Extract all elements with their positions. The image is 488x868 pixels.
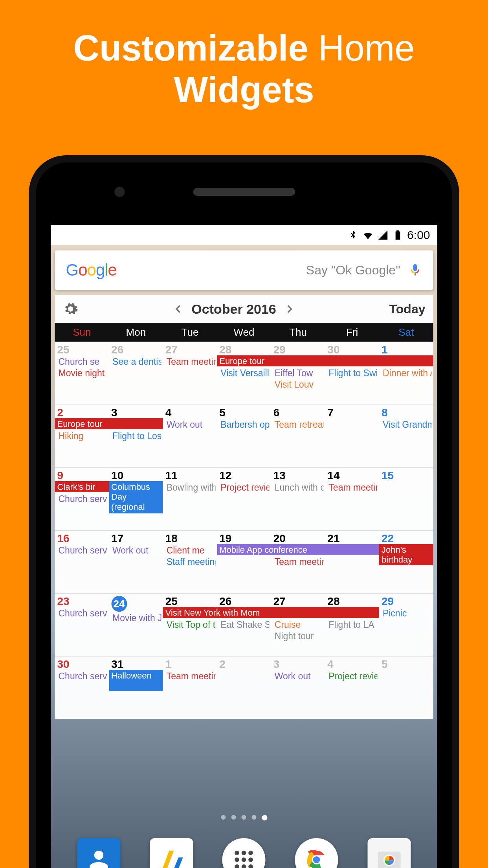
calendar-cell[interactable]: 13Lunch with client: [271, 468, 325, 530]
svg-point-8: [249, 864, 253, 868]
calendar-cell[interactable]: 29Eiffel TowVisit Louv: [271, 342, 325, 405]
calendar-event[interactable]: Client me: [165, 545, 216, 556]
calendar-cell[interactable]: 3Work out: [271, 657, 325, 719]
calendar-cell[interactable]: 26See a dentist: [109, 342, 163, 405]
calendar-event[interactable]: Team meeting: [273, 556, 324, 567]
calendar-cell[interactable]: 30Church service: [55, 657, 109, 719]
spanning-event[interactable]: Europe tour: [217, 355, 433, 366]
calendar-event[interactable]: Dinner with Aunt: [382, 368, 432, 379]
calendar-event[interactable]: Work out: [273, 671, 324, 682]
chevron-left-icon[interactable]: [172, 303, 183, 315]
today-button[interactable]: Today: [389, 302, 426, 316]
calendar-cell[interactable]: 11Bowling with Jennifer: [163, 468, 217, 530]
promo-headline: Customizable Home Widgets: [0, 0, 488, 111]
gear-icon[interactable]: [63, 301, 79, 317]
calendar-cell[interactable]: 30Flight to Switzerla: [325, 342, 379, 405]
calendar-cell[interactable]: 5Barbersh op: [217, 405, 271, 467]
chevron-right-icon[interactable]: [284, 303, 296, 315]
calendar-event[interactable]: Team meeting: [327, 482, 378, 493]
calendar-event[interactable]: Project review: [327, 671, 378, 682]
calendar-event[interactable]: See a dentist: [111, 356, 161, 367]
calendar-event[interactable]: Team meeting: [165, 356, 216, 367]
contacts-app-icon[interactable]: [77, 838, 121, 868]
calendar-event[interactable]: Visit Top of the: [165, 619, 216, 630]
calendar-event[interactable]: Work out: [111, 545, 161, 556]
calendar-cell[interactable]: 1Team meeting: [163, 657, 217, 719]
google-search-bar[interactable]: Google Say "Ok Google": [55, 250, 433, 290]
mic-icon[interactable]: [408, 263, 422, 277]
calendar-event[interactable]: Barbersh op: [219, 419, 270, 430]
calendar-cell[interactable]: 27CruiseNight tour: [271, 594, 325, 656]
camera-app-icon[interactable]: [367, 838, 411, 868]
app-drawer-icon[interactable]: [222, 838, 266, 868]
calendar-cell[interactable]: 3Flight to Los: [109, 405, 163, 467]
calendar-cell[interactable]: 5: [379, 657, 433, 719]
chrome-app-icon[interactable]: [295, 838, 338, 868]
calendar-cell[interactable]: 6Team retreat: [271, 405, 325, 467]
calendar-cell[interactable]: 27Team meeting: [163, 342, 217, 405]
calendar-cell[interactable]: 15: [379, 468, 433, 530]
calendar-cell[interactable]: 25Visit Top of the: [163, 594, 217, 656]
calendar-event[interactable]: Church service: [57, 671, 108, 682]
calendar-event[interactable]: Eiffel Tow: [273, 368, 324, 379]
calendar-event[interactable]: Team retreat: [273, 419, 324, 430]
calendar-event[interactable]: Lunch with client: [273, 482, 324, 493]
spanning-event[interactable]: John's birthday: [379, 544, 433, 565]
calendar-cell[interactable]: 14Team meeting: [325, 468, 379, 530]
calendar-event[interactable]: Visit Versailles: [219, 368, 270, 379]
calendar-cell[interactable]: 29Picnic: [379, 594, 433, 656]
calendar-event[interactable]: Movie night: [57, 368, 108, 379]
calendar-event[interactable]: Church service: [57, 608, 108, 619]
calendar-event[interactable]: Bowling with Jennifer: [165, 482, 216, 493]
calendar-event[interactable]: Movie with Jennifer: [111, 612, 161, 623]
calendar-cell[interactable]: 21: [325, 531, 379, 593]
calendar-cell[interactable]: 25Church seMovie night: [55, 342, 109, 405]
calendar-event[interactable]: Flight to Switzerla: [327, 368, 378, 379]
calendar-event[interactable]: Church se: [57, 356, 108, 367]
calendar-event[interactable]: Eat Shake Shack: [219, 619, 270, 630]
calendar-cell[interactable]: 12Project review: [217, 468, 271, 530]
calendar-cell[interactable]: 20Team meeting: [271, 531, 325, 593]
calendar-cell[interactable]: 7: [325, 405, 379, 467]
calendar-cell[interactable]: 8Visit Grandma: [379, 405, 433, 467]
calendar-cell[interactable]: 26Eat Shake Shack: [217, 594, 271, 656]
month-title[interactable]: October 2016: [191, 302, 276, 317]
calendar-event[interactable]: Flight to Los: [111, 430, 161, 441]
adsense-app-icon[interactable]: [150, 838, 193, 868]
calendar-event[interactable]: Staff meeting: [165, 556, 216, 567]
calendar-event[interactable]: Flight to LA: [327, 619, 378, 630]
day-number: 4: [165, 407, 216, 418]
spanning-event[interactable]: Europe tour: [55, 418, 163, 429]
calendar-event[interactable]: Visit Louv: [273, 379, 324, 390]
calendar-cell[interactable]: 4Project review: [325, 657, 379, 719]
spanning-event[interactable]: Halloween: [109, 670, 163, 691]
calendar-event[interactable]: Church service: [57, 545, 108, 556]
calendar-cell[interactable]: 2Hiking: [55, 405, 109, 467]
calendar-event[interactable]: Team meeting: [165, 671, 216, 682]
spanning-event[interactable]: Mobile App conference: [217, 544, 379, 555]
calendar-cell[interactable]: 28Flight to LA: [325, 594, 379, 656]
spanning-event[interactable]: Columbus Day (regional: [109, 481, 163, 513]
calendar-cell[interactable]: 17Work out: [109, 531, 163, 593]
calendar-event[interactable]: Project review: [219, 482, 270, 493]
calendar-cell[interactable]: 28Visit Versailles: [217, 342, 271, 405]
calendar-event[interactable]: Work out: [165, 419, 216, 430]
calendar-cell[interactable]: 23Church service: [55, 594, 109, 656]
calendar-event[interactable]: Visit Grandma: [382, 419, 432, 430]
day-number: 10: [111, 470, 161, 481]
calendar-cell[interactable]: 16Church service: [55, 531, 109, 593]
calendar-event[interactable]: Cruise: [273, 619, 324, 630]
calendar-cell[interactable]: 4Work out: [163, 405, 217, 467]
calendar-event[interactable]: Picnic: [382, 608, 432, 619]
calendar-event[interactable]: Church service: [57, 493, 108, 504]
calendar-cell[interactable]: 24Movie with Jennifer: [109, 594, 163, 656]
calendar-cell[interactable]: 2: [217, 657, 271, 719]
calendar-event[interactable]: Hiking: [57, 430, 108, 441]
calendar-cell[interactable]: 1Dinner with Aunt: [379, 342, 433, 405]
calendar-cell[interactable]: 19: [217, 531, 271, 593]
calendar-cell[interactable]: 18Client meStaff meeting: [163, 531, 217, 593]
spanning-event[interactable]: Clark's bir: [55, 481, 109, 492]
calendar-event[interactable]: Night tour: [273, 631, 324, 642]
calendar-cell[interactable]: 9Church service: [55, 468, 109, 530]
spanning-event[interactable]: Visit New York with Mom: [163, 607, 379, 618]
